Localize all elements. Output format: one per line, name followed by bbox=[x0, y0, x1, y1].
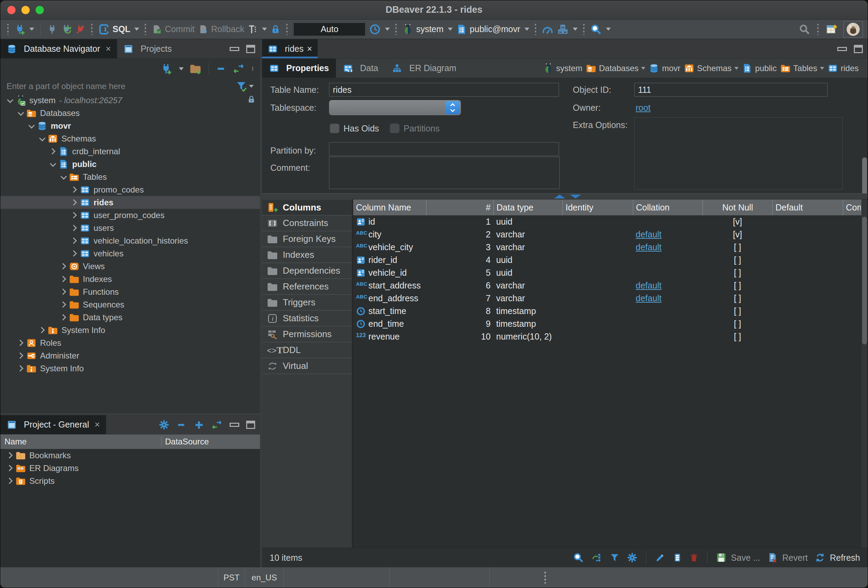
chevron-right-icon[interactable] bbox=[15, 353, 26, 358]
grid-header-not-null[interactable]: Not Null bbox=[703, 199, 772, 215]
active-database-selector[interactable]: public@movr bbox=[456, 24, 529, 35]
search-icon[interactable] bbox=[573, 552, 584, 563]
chevron-down-icon[interactable] bbox=[15, 111, 26, 116]
commit-button[interactable]: Commit bbox=[152, 24, 194, 34]
transaction-history-button[interactable] bbox=[369, 24, 390, 35]
revert-icon[interactable] bbox=[767, 552, 778, 563]
tab-properties[interactable]: Properties bbox=[262, 59, 336, 78]
chevron-right-icon[interactable] bbox=[58, 302, 69, 307]
chevron-down-icon[interactable] bbox=[47, 162, 58, 167]
chevron-right-icon[interactable] bbox=[58, 264, 69, 268]
breadcrumb-tables[interactable]: Tables bbox=[780, 63, 824, 74]
chevron-right-icon[interactable] bbox=[58, 289, 69, 294]
tree-item-administer[interactable]: Administer bbox=[0, 349, 260, 362]
collapse-down-icon[interactable] bbox=[570, 195, 581, 198]
tablespace-combo[interactable] bbox=[329, 100, 461, 115]
user-profile-button[interactable] bbox=[843, 21, 863, 38]
close-icon[interactable]: × bbox=[106, 43, 111, 54]
open-perspective-button[interactable] bbox=[825, 23, 838, 36]
side-tab-virtual[interactable]: Virtual bbox=[262, 358, 352, 374]
tree-item-functions[interactable]: Functions bbox=[0, 285, 260, 298]
tree-item-indexes[interactable]: Indexes bbox=[0, 273, 260, 285]
gear-icon[interactable] bbox=[158, 419, 170, 430]
chevron-right-icon[interactable] bbox=[69, 187, 80, 192]
tree-item-sequences[interactable]: Sequences bbox=[0, 298, 260, 311]
chevron-down-icon[interactable] bbox=[820, 67, 824, 70]
side-tab-columns[interactable]: Columns bbox=[262, 199, 352, 215]
collapse-all-icon[interactable] bbox=[176, 420, 187, 430]
grid-header-collation[interactable]: Collation bbox=[633, 199, 703, 215]
tree-item-movr[interactable]: movr bbox=[0, 119, 260, 132]
tree-item-rides[interactable]: rides bbox=[0, 196, 260, 209]
chevron-right-icon[interactable] bbox=[15, 340, 26, 345]
tab-projects[interactable]: Projects bbox=[117, 39, 178, 58]
grid-header-identity[interactable]: Identity bbox=[562, 199, 633, 215]
breadcrumb-movr[interactable]: movr bbox=[649, 63, 680, 74]
grid-header-[interactable]: # bbox=[426, 199, 493, 215]
side-tab-triggers[interactable]: Triggers bbox=[262, 295, 352, 311]
tree-item-databases[interactable]: Databases bbox=[0, 107, 260, 119]
quick-search-button[interactable] bbox=[799, 24, 810, 35]
grid-scrollbar[interactable] bbox=[861, 199, 868, 548]
close-icon[interactable]: × bbox=[307, 44, 312, 54]
chevron-down-icon[interactable] bbox=[58, 174, 69, 180]
column-header-datasource[interactable]: DataSource bbox=[161, 437, 260, 447]
timezone-cell[interactable]: PST bbox=[218, 567, 245, 588]
maximize-view-icon[interactable] bbox=[854, 45, 863, 53]
delete-icon[interactable] bbox=[689, 552, 699, 563]
chevron-right-icon[interactable] bbox=[58, 277, 69, 281]
owner-link[interactable]: root bbox=[636, 101, 651, 115]
side-tab-permissions[interactable]: Permissions bbox=[262, 326, 352, 342]
collation-link[interactable]: default bbox=[636, 293, 661, 303]
side-tab-indexes[interactable]: Indexes bbox=[262, 247, 352, 263]
tree-item-public[interactable]: public bbox=[0, 158, 260, 171]
connect-button[interactable] bbox=[47, 24, 57, 34]
chevron-right-icon[interactable] bbox=[69, 213, 80, 217]
save-icon[interactable] bbox=[716, 552, 727, 563]
chevron-right-icon[interactable] bbox=[69, 200, 80, 205]
grid-row-start-address[interactable]: ABCstart_address6varchardefault[ ] bbox=[353, 279, 868, 292]
tree-item-users[interactable]: users bbox=[0, 221, 260, 234]
tree-item-roles[interactable]: Roles bbox=[0, 336, 260, 349]
filter-icon[interactable] bbox=[236, 80, 248, 92]
save-button[interactable]: Save ... bbox=[731, 553, 760, 563]
disconnect-button[interactable] bbox=[75, 24, 86, 34]
statusbar-drag-handle[interactable] bbox=[545, 572, 546, 584]
add-column-icon[interactable] bbox=[673, 552, 682, 563]
grid-row-id[interactable]: id1uuid[v] bbox=[353, 215, 868, 228]
tree-item-promo-codes[interactable]: promo_codes bbox=[0, 183, 260, 196]
grid-row-rider-id[interactable]: rider_id4uuid[ ] bbox=[353, 253, 868, 267]
chevron-right-icon[interactable] bbox=[69, 225, 80, 230]
search-metadata-button[interactable] bbox=[590, 24, 611, 35]
has-oids-checkbox[interactable] bbox=[330, 124, 340, 133]
tab-rides-editor[interactable]: rides × bbox=[262, 39, 317, 58]
revert-button[interactable]: Revert bbox=[782, 553, 808, 563]
locale-cell[interactable]: en_US bbox=[245, 567, 283, 588]
minimize-view-icon[interactable] bbox=[230, 47, 239, 51]
expand-all-icon[interactable] bbox=[194, 420, 204, 430]
grid-header-column-name[interactable]: Column Name bbox=[353, 199, 426, 215]
collation-link[interactable]: default bbox=[636, 230, 661, 239]
dashboard-button[interactable] bbox=[542, 24, 554, 35]
chevron-right-icon[interactable] bbox=[4, 453, 16, 458]
chevron-down-icon[interactable] bbox=[26, 123, 37, 129]
close-window-button[interactable] bbox=[7, 6, 16, 14]
tab-data[interactable]: Data bbox=[336, 59, 385, 78]
chevron-right-icon[interactable] bbox=[15, 366, 26, 371]
grid-row-vehicle-id[interactable]: vehicle_id5uuid[ ] bbox=[353, 267, 868, 279]
minimize-view-icon[interactable] bbox=[230, 423, 239, 427]
minimize-window-button[interactable] bbox=[21, 6, 30, 14]
chevron-right-icon[interactable] bbox=[69, 239, 80, 243]
side-tab-statistics[interactable]: iStatistics bbox=[262, 311, 352, 326]
collapse-up-icon[interactable] bbox=[554, 195, 565, 198]
chevron-right-icon[interactable] bbox=[4, 466, 16, 470]
side-tab-dependencies[interactable]: Dependencies bbox=[262, 263, 352, 279]
comment-textarea[interactable] bbox=[329, 157, 559, 189]
grid-header-comment[interactable]: Comment bbox=[843, 199, 861, 215]
tree-item-user-promo-codes[interactable]: user_promo_codes bbox=[0, 209, 260, 221]
tree-item-system-info[interactable]: System Info bbox=[0, 362, 260, 375]
gear-icon[interactable] bbox=[627, 552, 638, 563]
collation-link[interactable]: default bbox=[636, 242, 661, 252]
commit-mode-combo[interactable]: Auto bbox=[293, 22, 366, 36]
object-id-input[interactable] bbox=[634, 83, 828, 97]
